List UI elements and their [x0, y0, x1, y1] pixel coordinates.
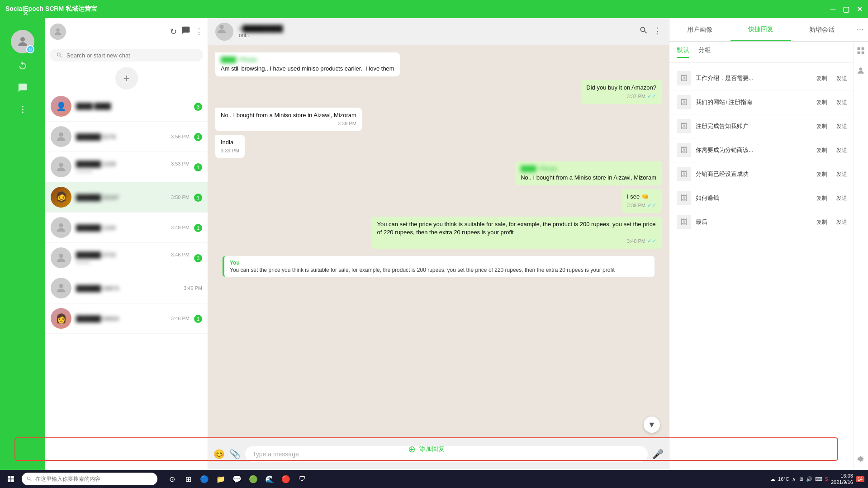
copy-button[interactable]: 复制: [814, 194, 830, 203]
message-meta: 3:40 PM ✓✓: [377, 237, 656, 245]
qr-image-icon: 🖼: [677, 191, 691, 205]
maximize-button[interactable]: ▢: [843, 5, 849, 14]
tab-user-profile[interactable]: 用户画像: [669, 19, 730, 40]
copy-button[interactable]: 复制: [814, 74, 830, 83]
chat-item[interactable]: ██████ 1104 3:49 PM 1: [45, 213, 208, 243]
chat-item[interactable]: 👤 ████ ████ 3: [45, 91, 208, 122]
quick-reply-item: 🖼 分销商已经设置成功 复制 发送 ⋮: [669, 162, 868, 186]
send-button[interactable]: 发送: [834, 218, 850, 227]
search-chat-icon[interactable]: [639, 26, 648, 37]
right-panel-tabs: 用户画像 快捷回复 新增会话 ···: [669, 18, 868, 42]
sidebar-close-icon[interactable]: ✕: [23, 9, 28, 18]
messages-icon[interactable]: [181, 26, 190, 37]
main-container: ✕ ↻ ↻ ⋮: [0, 18, 868, 470]
chat-time: 3:49 PM: [171, 225, 190, 230]
copy-button[interactable]: 复制: [814, 170, 830, 179]
copy-button[interactable]: 复制: [814, 122, 830, 131]
chat-item[interactable]: 👩 ██████ 94834 3:46 PM 1: [45, 303, 208, 334]
right-panel-actions: ···: [852, 25, 868, 34]
taskbar-app-1[interactable]: ⊙: [165, 472, 179, 486]
send-button[interactable]: 发送: [834, 170, 850, 179]
quick-replies-list: 🖼 工作介绍，是否需要... 复制 发送 ⋮ 🖼 我们的网站+注册指南 复制 发…: [669, 63, 868, 470]
sub-tab-default[interactable]: 默认: [677, 46, 689, 58]
message-sender: ████ ~Firoza: [521, 165, 656, 173]
more-icon[interactable]: [14, 100, 32, 118]
sync-icon[interactable]: ↻: [170, 27, 177, 37]
chat-item[interactable]: ██████ 34874 3:46 PM: [45, 273, 208, 303]
message-meta: 3:39 PM: [221, 147, 239, 154]
chat-item[interactable]: ██████ 3715 3:46 PM details 3: [45, 243, 208, 273]
add-reply-button[interactable]: ⊕ 添加回复: [14, 437, 838, 461]
minimize-button[interactable]: ─: [830, 5, 835, 13]
right-sidebar-icon-3[interactable]: [856, 455, 865, 465]
qr-image-icon: 🖼: [677, 71, 691, 85]
options-icon[interactable]: ⋮: [195, 27, 203, 37]
taskbar-red-icon: S: [825, 476, 828, 482]
taskbar-app-wechat[interactable]: 💬: [230, 472, 244, 486]
chat-info: ██████ 3715 3:46 PM details: [76, 251, 190, 265]
refresh-icon[interactable]: [14, 57, 32, 75]
message-bubble: No.. I bought from a Miniso store in Aiz…: [215, 108, 362, 131]
unread-badge: 1: [194, 224, 202, 232]
taskbar-app-green[interactable]: 🟢: [246, 472, 261, 486]
message-sender: ████ ~Firoza: [221, 56, 394, 64]
chat-item[interactable]: 🧔 ██████ 20197 3:50 PM 1: [45, 182, 208, 213]
taskbar-volume-icon[interactable]: 🔊: [806, 476, 812, 482]
taskbar-notification-badge[interactable]: 14: [856, 476, 864, 482]
svg-point-9: [59, 284, 63, 288]
message-row: ████ ~Firoza No.. I bought from a Miniso…: [215, 161, 662, 185]
right-panel-more-icon[interactable]: ···: [857, 25, 863, 34]
tab-quick-reply[interactable]: 快捷回复: [730, 19, 792, 41]
chat-avatar: 👩: [51, 308, 71, 329]
taskbar-app-files[interactable]: 📁: [213, 472, 228, 486]
send-button[interactable]: 发送: [834, 122, 850, 131]
send-button[interactable]: 发送: [834, 98, 850, 107]
preview-sender: You: [230, 260, 649, 266]
scroll-down-button[interactable]: ▼: [644, 417, 660, 433]
chat-list-header: ↻ ⋮: [45, 18, 208, 45]
chat-main-wrapper: +█████████ oni... ⋮ ████ ~Firoza Am stil…: [208, 18, 669, 470]
chat-avatar: [51, 217, 71, 238]
taskbar-app-shield[interactable]: 🛡: [295, 472, 309, 486]
chat-name: ██████ 1104: [76, 224, 116, 231]
message-ticks: ✓✓: [647, 237, 656, 245]
taskbar-app-browser[interactable]: 🔵: [197, 472, 212, 486]
copy-button[interactable]: 复制: [814, 98, 830, 107]
right-sidebar-icon-2[interactable]: [856, 66, 865, 77]
chat-item[interactable]: ██████ 2109 3:53 PM roducts 1: [45, 152, 208, 182]
chat-name: ██████ 94834: [76, 315, 119, 322]
left-sidebar: ✕ ↻: [0, 18, 45, 470]
add-chat-button[interactable]: +: [115, 67, 138, 90]
quick-reply-item: 🖼 如何赚钱 复制 发送 ⋮: [669, 186, 868, 210]
taskbar-app-2[interactable]: ⊞: [181, 472, 195, 486]
chat-time: 3:46 PM: [184, 285, 202, 291]
taskbar-app-edge[interactable]: 🌊: [262, 472, 277, 486]
taskbar-app-chrome[interactable]: 🔴: [279, 472, 293, 486]
sub-tab-group[interactable]: 分组: [698, 46, 711, 58]
send-button[interactable]: 发送: [834, 194, 850, 203]
quick-reply-item: 🖼 我们的网站+注册指南 复制 发送 ⋮: [669, 90, 868, 114]
taskbar-input-icon: ⌨: [815, 476, 822, 482]
chat-icon[interactable]: [14, 79, 32, 97]
contact-name: +█████████: [239, 25, 634, 32]
chat-more-icon[interactable]: ⋮: [654, 26, 662, 37]
taskbar-chevron-icon[interactable]: ∧: [792, 476, 796, 482]
app-title: SocialEpoch SCRM 私域运营宝: [5, 5, 97, 13]
send-button[interactable]: 发送: [834, 146, 850, 155]
tab-new-chat[interactable]: 新增会话: [791, 19, 852, 40]
chat-avatar: [51, 278, 71, 298]
copy-button[interactable]: 复制: [814, 218, 830, 227]
search-input[interactable]: [66, 52, 197, 59]
taskbar-search-input[interactable]: [35, 476, 153, 482]
send-button[interactable]: 发送: [834, 74, 850, 83]
right-sidebar-icon-1[interactable]: [856, 46, 865, 57]
chat-item[interactable]: ██████ 5278 3:56 PM 1: [45, 122, 208, 152]
chat-info: ██████ 1104 3:49 PM: [76, 224, 190, 231]
copy-button[interactable]: 复制: [814, 146, 830, 155]
unread-badge: 1: [194, 163, 202, 171]
windows-start-button[interactable]: [4, 472, 18, 486]
close-button[interactable]: ✕: [857, 5, 863, 14]
chat-avatar: [51, 247, 71, 268]
message-bubble: You can set the price you think is suita…: [371, 217, 662, 249]
qr-image-icon: 🖼: [677, 119, 691, 133]
